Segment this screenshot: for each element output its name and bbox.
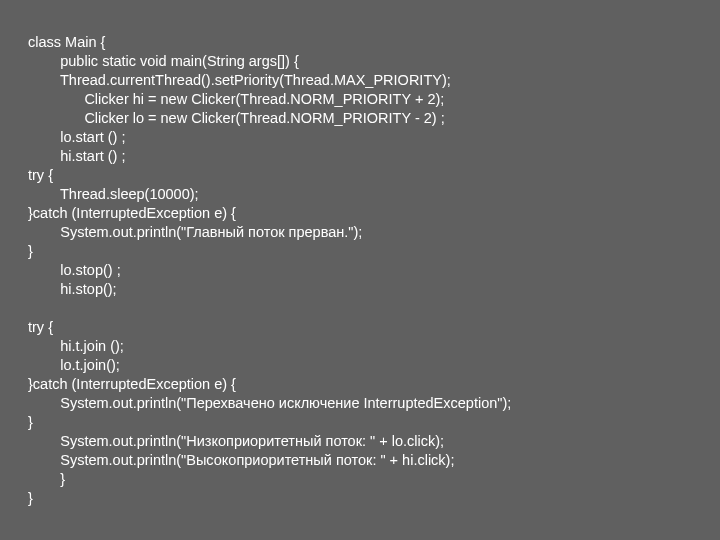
code-line: Thread.currentThread().setPriority(Threa… xyxy=(28,72,451,88)
code-line: public static void main(String args[]) { xyxy=(28,53,299,69)
code-line: System.out.println("Перехвачено исключен… xyxy=(28,395,511,411)
code-line: hi.t.join (); xyxy=(28,338,124,354)
code-line: System.out.println("Главный поток прерва… xyxy=(28,224,362,240)
code-line: try { xyxy=(28,319,53,335)
code-line: lo.t.join(); xyxy=(28,357,120,373)
code-line: } xyxy=(28,414,33,430)
code-line: Thread.sleep(10000); xyxy=(28,186,199,202)
code-line: Clicker lo = new Clicker(Thread.NORM_PRI… xyxy=(28,110,445,126)
code-line: } xyxy=(28,471,65,487)
code-line: System.out.println("Низкоприоритетный по… xyxy=(28,433,444,449)
code-line: lo.start () ; xyxy=(28,129,126,145)
code-line: }catch (InterruptedException e) { xyxy=(28,205,236,221)
code-line: class Main { xyxy=(28,34,105,50)
code-line: hi.start () ; xyxy=(28,148,126,164)
code-line: System.out.println("Высокоприоритетный п… xyxy=(28,452,454,468)
code-line: try { xyxy=(28,167,53,183)
code-line: } xyxy=(28,490,33,506)
code-line: lo.stop() ; xyxy=(28,262,121,278)
code-block: class Main { public static void main(Str… xyxy=(0,0,720,508)
code-line: Clicker hi = new Clicker(Thread.NORM_PRI… xyxy=(28,91,444,107)
code-line: hi.stop(); xyxy=(28,281,117,297)
code-line: }catch (InterruptedException e) { xyxy=(28,376,236,392)
code-line: } xyxy=(28,243,33,259)
